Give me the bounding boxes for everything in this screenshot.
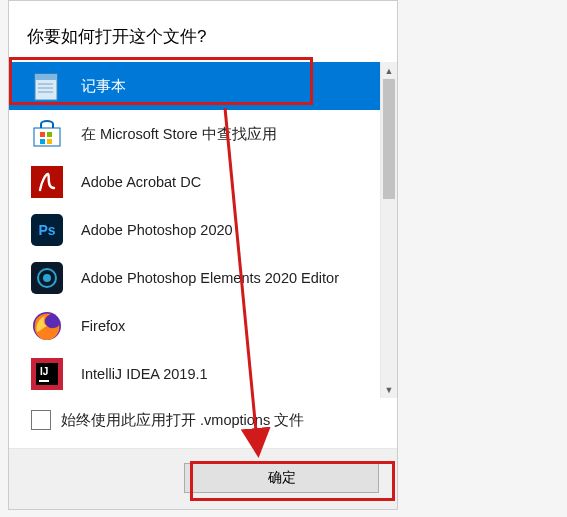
app-item-photoshop[interactable]: Ps Adobe Photoshop 2020 [9,206,380,254]
always-use-row[interactable]: 始终使用此应用打开 .vmoptions 文件 [9,398,397,448]
vertical-scrollbar[interactable]: ▲ ▼ [380,62,397,398]
scroll-up-icon[interactable]: ▲ [381,62,397,79]
app-item-pse[interactable]: Adobe Photoshop Elements 2020 Editor [9,254,380,302]
store-icon [31,118,63,150]
always-use-checkbox[interactable] [31,410,51,430]
app-label: Adobe Photoshop Elements 2020 Editor [81,270,380,286]
photoshop-icon: Ps [31,214,63,246]
app-label: IntelliJ IDEA 2019.1 [81,366,380,382]
firefox-icon [31,310,63,342]
app-item-firefox[interactable]: Firefox [9,302,380,350]
svg-rect-10 [31,166,63,198]
scroll-track[interactable] [381,79,397,381]
app-label: Firefox [81,318,380,334]
notepad-icon [31,70,63,102]
app-list: 记事本 在 Microsoft Store 中查找应用 [9,62,380,398]
svg-point-15 [43,274,51,282]
scroll-thumb[interactable] [383,79,395,199]
app-label: 在 Microsoft Store 中查找应用 [81,125,380,144]
svg-rect-9 [47,139,52,144]
svg-rect-20 [39,380,49,382]
dialog-title: 你要如何打开这个文件? [9,15,397,62]
svg-text:IJ: IJ [40,366,48,377]
svg-text:Ps: Ps [38,222,55,238]
app-label: Adobe Acrobat DC [81,174,380,190]
button-bar: 确定 [9,448,397,509]
always-use-label: 始终使用此应用打开 .vmoptions 文件 [61,411,304,430]
app-list-scroll-region: 记事本 在 Microsoft Store 中查找应用 [9,62,397,398]
app-item-notepad[interactable]: 记事本 [9,62,380,110]
app-item-store[interactable]: 在 Microsoft Store 中查找应用 [9,110,380,158]
app-item-acrobat[interactable]: Adobe Acrobat DC [9,158,380,206]
acrobat-icon [31,166,63,198]
scroll-down-icon[interactable]: ▼ [381,381,397,398]
svg-rect-8 [40,139,45,144]
pse-icon [31,262,63,294]
svg-rect-1 [35,74,57,80]
open-with-dialog: 你要如何打开这个文件? 记事本 [8,0,398,510]
app-label: Adobe Photoshop 2020 [81,222,380,238]
ok-button[interactable]: 确定 [184,463,379,493]
intellij-icon: IJ [31,358,63,390]
svg-rect-6 [40,132,45,137]
svg-rect-7 [47,132,52,137]
app-label: 记事本 [81,77,380,96]
app-item-intellij[interactable]: IJ IntelliJ IDEA 2019.1 [9,350,380,398]
